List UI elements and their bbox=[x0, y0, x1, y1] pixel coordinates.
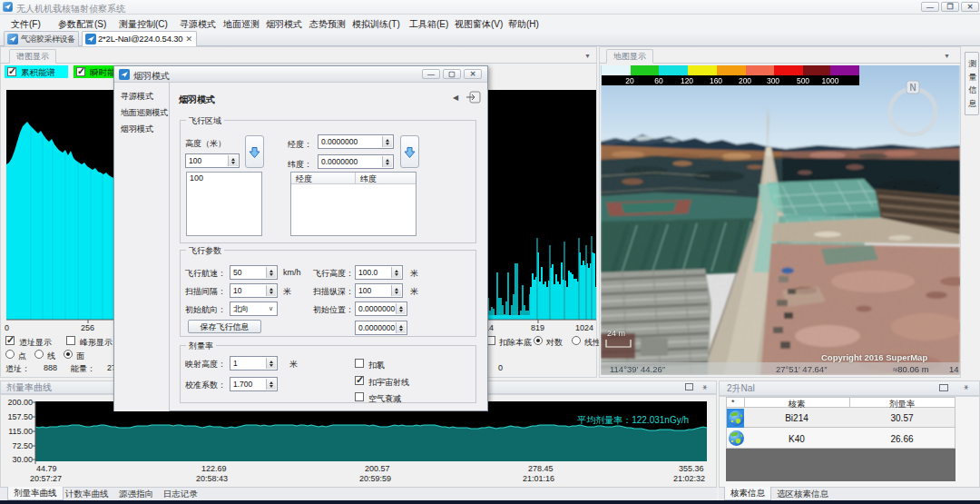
svg-text:27°51′ 47.64″: 27°51′ 47.64″ bbox=[776, 364, 828, 374]
svg-text:Copyright 2016 SuperMap: Copyright 2016 SuperMap bbox=[821, 352, 927, 362]
svg-text:平均剂量率：122.031nGy/h: 平均剂量率：122.031nGy/h bbox=[577, 415, 689, 425]
svg-text:≈80.06 m: ≈80.06 m bbox=[893, 364, 929, 374]
svg-text:N: N bbox=[909, 83, 916, 93]
svg-text:14: 14 bbox=[949, 364, 959, 374]
svg-text:114°39′ 44.26″: 114°39′ 44.26″ bbox=[610, 364, 666, 374]
svg-text:24 m: 24 m bbox=[607, 329, 625, 338]
